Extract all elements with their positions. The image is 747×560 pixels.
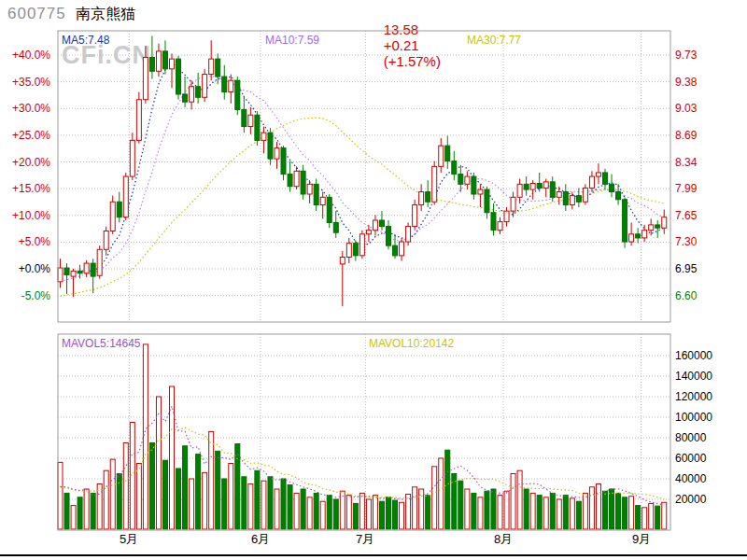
candle-body (491, 213, 496, 231)
volume-bar (472, 493, 476, 529)
volume-bar (504, 491, 509, 529)
candle-body (58, 268, 63, 282)
candle-body (333, 222, 338, 232)
candle-body (550, 182, 555, 197)
volume-axis-label: 160000 (675, 349, 712, 362)
volume-bar (183, 446, 188, 529)
volume-bar (170, 386, 175, 529)
volume-bar (281, 479, 286, 529)
ma30-label: MA30:7.77 (467, 34, 521, 47)
candle-body (327, 197, 331, 222)
volume-bar (623, 497, 627, 529)
volume-bar (216, 451, 220, 529)
candle-body (530, 183, 535, 189)
candle-body (301, 171, 305, 194)
candle-body (458, 175, 463, 185)
percent-axis-label: +10.0% (2, 209, 50, 222)
candle-body (387, 227, 391, 246)
volume-axis-label: 40000 (675, 472, 706, 485)
candle-body (216, 59, 220, 77)
candle-body (242, 109, 247, 126)
candle-body (537, 183, 542, 188)
price-axis-label: 7.99 (675, 182, 697, 195)
candle-body (156, 51, 161, 71)
percent-axis-label: +5.0% (2, 235, 50, 248)
candle-body (452, 161, 457, 175)
candle-body (123, 176, 128, 217)
volume-bar (314, 493, 318, 529)
volume-bar (387, 497, 391, 529)
volume-bar (589, 487, 594, 529)
volume-bar (366, 499, 371, 529)
volume-bar (379, 501, 384, 529)
x-axis-month-label: 9月 (621, 533, 662, 546)
candle-body (78, 271, 82, 273)
percent-axis-label: -5.0% (2, 289, 50, 302)
candle-body (183, 94, 188, 102)
candle-body (340, 258, 345, 264)
price-axis-label: 9.38 (675, 76, 697, 89)
volume-bar (136, 464, 141, 530)
volume-bar (307, 497, 312, 529)
candle-body (97, 249, 102, 275)
price-plot-area[interactable] (58, 31, 670, 322)
candle-body (288, 175, 292, 187)
volume-bar (340, 491, 345, 529)
volume-bar (662, 502, 667, 529)
candle-body (563, 192, 568, 205)
ma-line (61, 118, 665, 296)
volume-bar (268, 477, 273, 529)
candle-body (406, 227, 411, 242)
candle-body (366, 231, 371, 234)
volume-bar (557, 499, 561, 529)
volume-bar (649, 503, 654, 529)
candle-body (346, 244, 351, 258)
percent-axis-label: +25.0% (2, 129, 50, 142)
candle-body (379, 220, 384, 227)
candle-body (655, 225, 660, 228)
candle-body (413, 205, 417, 227)
volume-bar (176, 469, 181, 529)
x-axis-month-label: 5月 (108, 533, 149, 546)
volume-bar (143, 344, 148, 529)
volume-bar (491, 489, 496, 529)
volume-bar (235, 444, 240, 529)
chart-canvas[interactable] (0, 0, 747, 560)
x-axis-month-label: 6月 (240, 533, 281, 546)
candle-body (255, 115, 260, 140)
volume-bar (149, 443, 154, 530)
percent-axis-label: +15.0% (2, 182, 50, 195)
volume-bar (162, 460, 167, 529)
volume-bar (602, 491, 607, 529)
volume-axis-label: 140000 (675, 370, 712, 383)
candle-body (511, 197, 515, 211)
candle-body (662, 217, 667, 229)
volume-bar (524, 489, 529, 529)
candle-body (400, 242, 404, 256)
ma5-label: MA5:7.48 (62, 34, 109, 47)
candle-body (84, 263, 89, 273)
percent-axis-label: +20.0% (2, 156, 50, 169)
candle-body (294, 171, 299, 186)
price-axis-label: 8.34 (675, 156, 697, 169)
candle-body (307, 184, 312, 194)
volume-bar (255, 470, 260, 529)
volume-bar (242, 477, 247, 529)
candle-body (162, 51, 167, 69)
candle-body (623, 200, 627, 242)
volume-bar (275, 489, 279, 529)
candle-body (136, 100, 141, 141)
volume-bar (563, 496, 568, 529)
volume-bar (393, 500, 398, 529)
volume-axis-label: 60000 (675, 452, 706, 465)
volume-bar (655, 506, 660, 529)
candle-body (472, 176, 476, 194)
percent-axis-label: +30.0% (2, 102, 50, 115)
volume-bar (596, 484, 600, 530)
volume-bar (71, 506, 76, 529)
volume-bar (229, 464, 233, 530)
volume-bar (64, 493, 69, 529)
volume-bar (517, 470, 522, 529)
candle-body (504, 211, 509, 222)
volume-axis-label: 100000 (675, 411, 712, 424)
